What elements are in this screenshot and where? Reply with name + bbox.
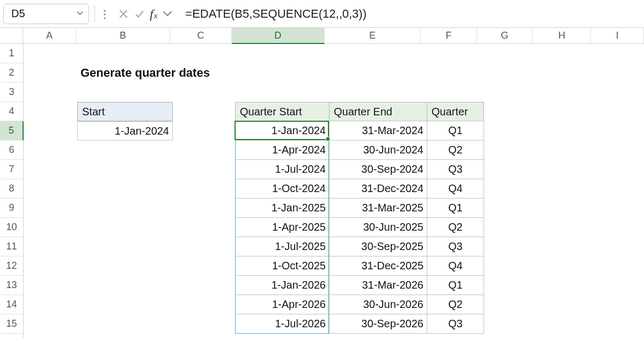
cell-quarter-end[interactable]: 30-Jun-2026	[329, 295, 427, 314]
spreadsheet-grid[interactable]: ABCDEFGHI 123456789101112131415 Generate…	[0, 28, 644, 338]
cell-quarter-start[interactable]: 1-Jan-2024	[235, 121, 330, 141]
cell-quarter-end[interactable]: 31-Mar-2025	[329, 198, 427, 218]
cell-quarter-end[interactable]: 31-Dec-2025	[329, 256, 427, 276]
column-header[interactable]: A	[23, 28, 76, 43]
insert-function-button[interactable]: f x	[150, 8, 157, 20]
row-header[interactable]: 7	[0, 160, 23, 179]
cell-quarter-start[interactable]: 1-Apr-2024	[235, 140, 330, 160]
row-header[interactable]: 12	[0, 256, 23, 276]
start-header[interactable]: Start	[77, 102, 173, 121]
cell-quarter[interactable]: Q1	[427, 121, 484, 141]
cell-quarter-start[interactable]: 1-Oct-2024	[235, 179, 330, 199]
cell-quarter-start[interactable]: 1-Jan-2025	[235, 198, 330, 218]
cell-quarter[interactable]: Q1	[427, 198, 484, 218]
select-all-corner[interactable]	[0, 28, 23, 43]
divider	[94, 5, 95, 23]
row-header[interactable]: 6	[0, 141, 23, 160]
row-header[interactable]: 14	[0, 295, 23, 314]
cell-quarter-end[interactable]: 31-Mar-2026	[329, 275, 427, 295]
cell-quarter-end[interactable]: 30-Jun-2025	[329, 217, 427, 237]
row-header[interactable]: 8	[0, 179, 23, 199]
row-header[interactable]: 10	[0, 218, 23, 237]
cell-quarter-start[interactable]: 1-Jul-2025	[235, 237, 330, 256]
col-header-quarter[interactable]: Quarter	[427, 102, 484, 121]
cell-quarter-end[interactable]: 31-Mar-2024	[329, 121, 427, 141]
row-header[interactable]: 15	[0, 314, 23, 334]
cell-quarter[interactable]: Q3	[427, 314, 484, 334]
row-headers: 123456789101112131415	[0, 44, 24, 338]
column-header[interactable]: B	[76, 28, 170, 43]
column-headers: ABCDEFGHI	[0, 28, 644, 44]
column-header[interactable]: F	[421, 28, 477, 43]
row-header[interactable]: 11	[0, 237, 23, 256]
cell-reference: D5	[11, 8, 25, 20]
cell-quarter-start[interactable]: 1-Jan-2026	[235, 275, 330, 295]
cell-quarter[interactable]: Q1	[427, 275, 484, 295]
formula-input[interactable]: =EDATE(B5,SEQUENCE(12,,0,3))	[185, 7, 367, 21]
vertical-dots-icon[interactable]: ⋮	[99, 8, 110, 20]
row-header[interactable]: 4	[0, 102, 23, 121]
enter-button[interactable]	[131, 6, 148, 22]
column-header[interactable]: H	[533, 28, 591, 43]
cell-quarter[interactable]: Q4	[427, 256, 484, 276]
chevron-down-icon[interactable]	[77, 10, 83, 18]
row-header[interactable]: 9	[0, 199, 23, 218]
cell-quarter-start[interactable]: 1-Jul-2024	[235, 159, 330, 179]
row-header[interactable]: 2	[0, 63, 23, 83]
column-header[interactable]: C	[170, 28, 231, 43]
cell-quarter[interactable]: Q2	[427, 295, 484, 314]
cell-quarter[interactable]: Q3	[427, 159, 484, 179]
row-header[interactable]: 1	[0, 44, 23, 63]
col-header-quarter-start[interactable]: Quarter Start	[235, 102, 330, 121]
cancel-button[interactable]	[115, 6, 131, 22]
column-header[interactable]: G	[477, 28, 533, 43]
formula-dropdown-button[interactable]	[159, 6, 175, 22]
formula-bar: D5 ⋮ f x =EDATE(B5,SEQUENCE(12,,0,3))	[0, 0, 644, 28]
cell-quarter-end[interactable]: 30-Sep-2024	[329, 159, 427, 179]
cell-quarter[interactable]: Q4	[427, 179, 484, 199]
cell-quarter-start[interactable]: 1-Apr-2026	[235, 295, 330, 314]
cell-quarter[interactable]: Q2	[427, 140, 484, 160]
column-header[interactable]: D	[232, 28, 325, 44]
fx-icon: f	[150, 8, 153, 20]
column-header[interactable]: I	[591, 28, 644, 43]
row-header[interactable]: 3	[0, 83, 23, 102]
cells-area[interactable]: Generate quarter datesStart1-Jan-2024Qua…	[24, 44, 644, 338]
cell-quarter-start[interactable]: 1-Jul-2026	[235, 314, 330, 334]
row-header[interactable]: 13	[0, 276, 23, 295]
page-title[interactable]: Generate quarter dates	[77, 63, 289, 83]
cell-quarter-end[interactable]: 30-Jun-2024	[329, 140, 427, 160]
start-value[interactable]: 1-Jan-2024	[77, 121, 173, 141]
cell-quarter-start[interactable]: 1-Oct-2025	[235, 256, 330, 276]
cell-quarter[interactable]: Q3	[427, 237, 484, 256]
column-header[interactable]: E	[325, 28, 421, 43]
col-header-quarter-end[interactable]: Quarter End	[329, 102, 427, 121]
cell-quarter-start[interactable]: 1-Apr-2025	[235, 217, 330, 237]
cell-quarter-end[interactable]: 30-Sep-2026	[329, 314, 427, 334]
cell-quarter-end[interactable]: 30-Sep-2025	[329, 237, 427, 256]
cell-quarter-end[interactable]: 31-Dec-2024	[329, 179, 427, 199]
name-box[interactable]: D5	[3, 4, 89, 24]
row-header[interactable]: 5	[0, 121, 24, 141]
cell-quarter[interactable]: Q2	[427, 217, 484, 237]
